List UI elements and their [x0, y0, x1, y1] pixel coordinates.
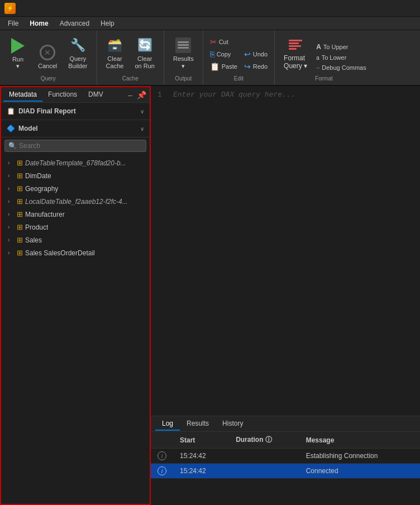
table-row: i 15:24:42 Establishing Connection — [151, 449, 420, 464]
model-icon: 🔷 — [7, 125, 15, 132]
expand-icon: › — [8, 173, 15, 179]
tab-history[interactable]: History — [216, 417, 250, 431]
editor-placeholder: Enter your DAX query here... — [173, 90, 295, 411]
format-query-icon — [288, 37, 303, 53]
diad-chevron: ∨ — [140, 108, 144, 115]
line-number: 1 — [157, 90, 166, 411]
paste-button[interactable]: 📋 Paste — [208, 61, 240, 72]
item-label: LocalDateTable_f2aaeb12-f2fc-4... — [25, 198, 128, 206]
table-icon: ⊞ — [17, 184, 23, 193]
list-item[interactable]: › ⊞ Manufacturer — [1, 208, 150, 221]
query-builder-label: QueryBuilder — [68, 55, 87, 70]
list-item[interactable]: › ⊞ Geography — [1, 182, 150, 195]
debug-commas-button[interactable]: ·· Debug Commas — [314, 63, 369, 72]
model-chevron: ∨ — [140, 126, 144, 132]
ribbon-group-query: Run▾ ✕ Cancel 🔧 QueryBuilder Query — [0, 30, 97, 85]
redo-button[interactable]: ↪ Redo — [242, 61, 270, 72]
menu-advanced[interactable]: Advanced — [54, 18, 95, 28]
search-icon: 🔍 — [8, 142, 17, 150]
format-query-button[interactable]: FormatQuery ▾ — [279, 35, 312, 72]
results-label: Results▾ — [173, 55, 194, 70]
item-label: Manufacturer — [25, 211, 65, 218]
cancel-button[interactable]: ✕ Cancel — [34, 41, 61, 72]
to-lower-button[interactable]: a To Lower — [314, 53, 369, 62]
editor-area[interactable]: 1 Enter your DAX query here... — [151, 86, 420, 416]
tab-dmv[interactable]: DMV — [83, 88, 109, 102]
copy-button[interactable]: ⎘ Copy — [208, 49, 240, 60]
clear-on-run-button[interactable]: 🔄 Clearon Run — [131, 34, 159, 72]
results-button[interactable]: Results▾ — [169, 34, 198, 72]
table-icon: ⊞ — [17, 223, 23, 231]
svg-rect-0 — [289, 40, 302, 41]
tab-log[interactable]: Log — [155, 417, 180, 431]
run-icon — [9, 37, 27, 55]
cut-button[interactable]: ✂ Cut — [208, 36, 240, 47]
table-icon: ⊞ — [17, 249, 23, 257]
ribbon-group-edit: ✂ Cut ⎘ Copy 📋 Paste ↩ Undo — [203, 30, 275, 85]
cut-icon: ✂ — [210, 37, 217, 46]
menu-bar: File Home Advanced Help — [0, 17, 420, 30]
paste-icon: 📋 — [210, 62, 219, 71]
search-input[interactable] — [19, 142, 142, 150]
item-label: DimDate — [25, 172, 51, 180]
svg-rect-1 — [289, 42, 299, 44]
to-lower-icon: a — [316, 55, 319, 61]
results-icon — [174, 36, 192, 54]
undo-button[interactable]: ↩ Undo — [242, 49, 270, 60]
menu-home[interactable]: Home — [24, 18, 54, 28]
model-row[interactable]: 🔷 Model ∨ — [3, 122, 147, 135]
expand-icon: › — [8, 160, 15, 166]
query-builder-icon: 🔧 — [69, 36, 87, 54]
item-label: Sales SalesOrderDetail — [25, 249, 95, 257]
main-layout: Metadata Functions DMV – 📌 📋 DIAD Final … — [0, 86, 420, 505]
paste-label: Paste — [222, 63, 237, 70]
query-group-label: Query — [4, 74, 92, 83]
to-upper-icon: A — [316, 43, 321, 51]
row-icon: i — [151, 464, 173, 479]
tab-metadata[interactable]: Metadata — [3, 88, 42, 102]
diad-row[interactable]: 📋 DIAD Final Report ∨ — [3, 105, 147, 117]
document-icon: 📋 — [7, 107, 15, 115]
table-icon: ⊞ — [17, 210, 23, 218]
panel-pin[interactable]: 📌 — [136, 90, 147, 99]
row-icon: i — [151, 449, 173, 464]
undo-label: Undo — [253, 51, 268, 58]
run-button[interactable]: Run▾ — [4, 35, 31, 72]
list-item[interactable]: › ⊞ LocalDateTable_f2aaeb12-f2fc-4... — [1, 195, 150, 208]
ribbon-group-format: FormatQuery ▾ A To Upper a To Lower ·· D… — [275, 30, 373, 85]
query-builder-button[interactable]: 🔧 QueryBuilder — [64, 34, 92, 72]
right-panel: 1 Enter your DAX query here... Log Resul… — [151, 86, 420, 505]
list-item[interactable]: › ⊞ Sales — [1, 234, 150, 246]
row-start: 15:24:42 — [173, 464, 229, 479]
cut-label: Cut — [219, 39, 228, 45]
left-panel: Metadata Functions DMV – 📌 📋 DIAD Final … — [0, 86, 151, 505]
row-duration — [229, 464, 299, 479]
list-item[interactable]: › ⊞ DateTableTemplate_678fad20-b... — [1, 156, 150, 169]
table-icon: ⊞ — [17, 171, 23, 180]
table-row: i 15:24:42 Connected — [151, 464, 420, 479]
ribbon: Run▾ ✕ Cancel 🔧 QueryBuilder Query — [0, 30, 420, 86]
item-label: Sales — [25, 236, 42, 244]
copy-label: Copy — [217, 51, 231, 58]
diad-label: DIAD Final Report — [18, 107, 76, 115]
bottom-tabs: Log Results History — [151, 416, 420, 432]
clear-cache-button[interactable]: 🗃️ ClearCache — [102, 34, 128, 72]
list-item[interactable]: › ⊞ Sales SalesOrderDetail — [1, 246, 150, 259]
row-start: 15:24:42 — [173, 449, 229, 464]
menu-help[interactable]: Help — [95, 18, 120, 28]
expand-icon: › — [8, 198, 15, 204]
item-label: DateTableTemplate_678fad20-b... — [25, 159, 126, 167]
format-group-label: Format — [279, 74, 369, 83]
tab-results[interactable]: Results — [180, 417, 216, 431]
to-upper-label: To Upper — [323, 44, 349, 50]
tab-functions[interactable]: Functions — [42, 88, 83, 102]
menu-file[interactable]: File — [2, 18, 24, 28]
to-lower-label: To Lower — [322, 54, 347, 61]
run-label: Run▾ — [12, 56, 23, 70]
panel-minimize[interactable]: – — [127, 90, 133, 99]
list-item[interactable]: › ⊞ Product — [1, 221, 150, 234]
list-item[interactable]: › ⊞ DimDate — [1, 169, 150, 182]
col-icon-header — [151, 432, 173, 449]
svg-rect-3 — [289, 48, 297, 50]
to-upper-button[interactable]: A To Upper — [314, 42, 369, 52]
